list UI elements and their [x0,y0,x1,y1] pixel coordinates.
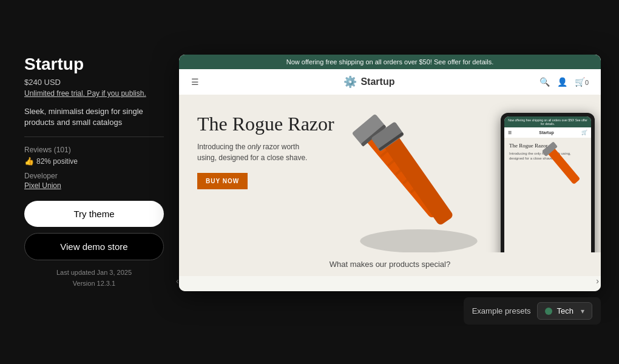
trial-link[interactable]: Unlimited free trial [24,89,83,98]
account-icon[interactable]: 👤 [557,77,567,87]
cart-count: 0 [585,79,589,86]
hero-text: The Rogue Razor Introducing the only raz… [197,113,334,189]
preset-selector[interactable]: Tech ▾ [537,302,592,320]
phone-logo: Startup [539,130,554,135]
main-wrapper: Startup $240 USD Unlimited free trial. P… [0,0,619,364]
last-updated: Last updated Jan 3, 2025 [24,268,164,278]
hero-subtitle-em: only [248,143,261,151]
store-logo: ⚙️ Startup [343,75,394,89]
reviews-label: Reviews (101) [24,146,164,154]
chevron-down-icon: ▾ [581,307,584,315]
scroll-right-arrow[interactable]: › [596,276,599,286]
left-panel: Startup $240 USD Unlimited free trial. P… [24,55,164,289]
store-hero: The Rogue Razor Introducing the only raz… [179,95,601,252]
announcement-text: Now offering free shipping on all orders… [286,58,493,66]
store-name: Startup [360,76,394,87]
announcement-bar: Now offering free shipping on all orders… [179,55,601,69]
rating-text: 82% positive [36,157,78,166]
hero-subtitle-1: Introducing the [197,143,245,151]
phone-announcement-bar: Now offering free shipping on all orders… [504,116,591,127]
phone-announcement-text: Now offering free shipping on all orders… [508,118,587,126]
svg-rect-9 [382,134,454,226]
try-theme-button[interactable]: Try theme [24,201,164,227]
view-demo-button[interactable]: View demo store [24,233,164,260]
reviews-section: Reviews (101) 👍 82% positive [24,146,164,166]
presets-label: Example presets [472,306,531,315]
bottom-text: What makes our products special? [330,260,450,269]
store-preview: Now offering free shipping on all orders… [179,55,601,291]
hero-subtitle: Introducing the only razor worth using, … [197,141,319,163]
hero-razor-image [334,95,504,252]
logo-icon: ⚙️ [343,75,357,89]
store-nav-icons: 🔍 👤 🛒0 [540,77,589,87]
store-header: ☰ ⚙️ Startup 🔍 👤 🛒0 [179,69,601,95]
update-info: Last updated Jan 3, 2025 Version 12.3.1 [24,268,164,289]
developer-name[interactable]: Pixel Union [24,181,164,190]
buy-now-button[interactable]: BUY NOW [197,173,248,189]
theme-name: Startup [24,55,164,74]
theme-description: Sleek, minimalist design for single prod… [24,106,164,137]
phone-header: ☰ Startup 🛒 [504,127,591,138]
theme-price: $240 USD [24,78,164,87]
phone-mockup: Now offering free shipping on all orders… [501,113,595,252]
thumbs-up-icon: 👍 [24,157,34,166]
reviews-rating: 👍 82% positive [24,157,164,166]
hero-title: The Rogue Razor [197,113,334,135]
search-icon[interactable]: 🔍 [540,77,550,87]
scroll-left-arrow[interactable]: ‹ [176,276,179,286]
bottom-controls: Example presets Tech ▾ [464,297,601,325]
preset-name: Tech [557,306,573,315]
developer-label: Developer [24,172,164,180]
version: Version 12.3.1 [24,278,164,289]
phone-screen: Now offering free shipping on all orders… [504,116,591,252]
trial-suffix: . Pay if you publish. [83,89,146,98]
cart-icon[interactable]: 🛒0 [575,77,589,87]
preset-dot [545,308,552,315]
phone-hero: The Rogue Razor Introducing the only raz… [504,138,591,192]
developer-section: Developer Pixel Union [24,172,164,190]
store-bottom: What makes our products special? [179,252,601,276]
browser-preview: Now offering free shipping on all orders… [179,55,601,291]
svg-point-0 [360,229,477,252]
theme-trial: Unlimited free trial. Pay if you publish… [24,89,164,98]
hamburger-icon[interactable]: ☰ [191,77,199,87]
phone-cart-icon: 🛒 [581,130,587,135]
phone-hamburger-icon: ☰ [508,130,512,135]
